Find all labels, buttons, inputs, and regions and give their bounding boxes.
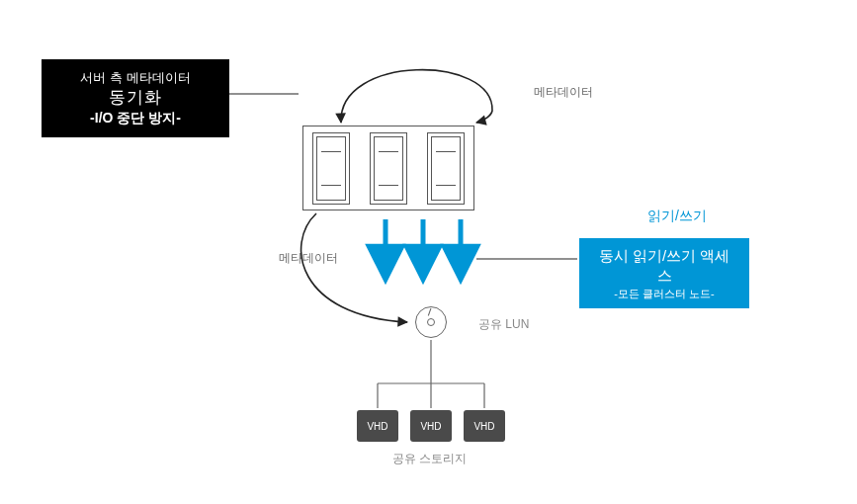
- server-rack-2: [370, 132, 407, 205]
- callout-server-metadata: 서버 측 메타데이터 동기화 -I/O 중단 방지-: [42, 59, 229, 137]
- label-read-write: 읽기/쓰기: [647, 208, 707, 225]
- vhd-1: VHD: [357, 410, 398, 442]
- server-rack-3: [427, 132, 465, 205]
- callout-line3: -I/O 중단 방지-: [57, 109, 214, 127]
- label-shared-lun: 공유 LUN: [478, 316, 529, 333]
- label-metadata-left: 메타데이터: [279, 250, 338, 267]
- label-metadata-top: 메타데이터: [534, 84, 593, 101]
- callout-line2: -모든 클러스터 노드-: [593, 287, 735, 301]
- server-rack-1: [312, 132, 350, 205]
- label-shared-storage: 공유 스토리지: [392, 451, 467, 467]
- vhd-2: VHD: [410, 410, 452, 442]
- callout-line1: 동시 읽기/쓰기 액세스: [593, 246, 735, 287]
- callout-line1: 서버 측 메타데이터: [57, 69, 214, 87]
- callout-concurrent-access: 동시 읽기/쓰기 액세스 -모든 클러스터 노드-: [579, 238, 749, 308]
- shared-lun-icon: [415, 306, 447, 338]
- callout-line2: 동기화: [57, 87, 214, 110]
- vhd-3: VHD: [464, 410, 505, 442]
